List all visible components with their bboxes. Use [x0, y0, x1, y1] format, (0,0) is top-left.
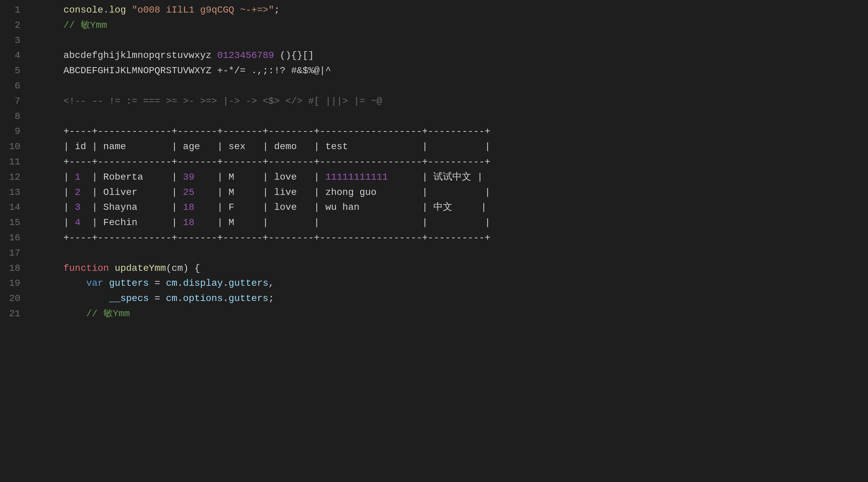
code-text: | F | love | wu han | 中文 |	[194, 200, 487, 215]
code-text: (cm) {	[166, 261, 200, 276]
code-line-7: <!-- -- != := === >= >- >=> |-> -> <$> <…	[41, 94, 868, 109]
code-line-21: // 敏Ymm	[41, 306, 868, 322]
code-text: 18	[183, 200, 194, 215]
code-text: cm	[166, 291, 178, 306]
code-text: gutters	[109, 276, 149, 291]
code-text: +----+-------------+-------+-------+----…	[41, 155, 490, 170]
code-text	[126, 3, 132, 18]
line-num-11: 11	[0, 155, 20, 170]
code-text	[41, 306, 86, 322]
line-numbers: 1 2 3 4 5 6 7 8 9 10 11 12 13 14 15 16 1…	[0, 0, 27, 482]
code-line-19: var gutters = cm.display.gutters,	[41, 276, 868, 291]
code-text: 25	[183, 185, 194, 200]
editor-container: 1 2 3 4 5 6 7 8 9 10 11 12 13 14 15 16 1…	[0, 0, 868, 482]
line-num-16: 16	[0, 230, 20, 246]
line-num-8: 8	[0, 109, 20, 124]
code-text: | sex | demo | test | |	[200, 139, 491, 155]
code-text: .	[223, 276, 229, 291]
line-num-3: 3	[0, 33, 20, 48]
line-num-18: 18	[0, 261, 20, 276]
code-text: // 敏Ymm	[63, 18, 107, 33]
code-line-8	[41, 109, 868, 124]
code-text: abcdefghijklmnopqrstuvwxyz	[41, 48, 217, 63]
code-text: __specs	[109, 291, 149, 306]
code-line-10: | id | name | age | sex | demo | test | …	[41, 139, 868, 155]
code-text: .	[177, 276, 183, 291]
code-text: 11111111111	[325, 170, 388, 185]
code-line-1: console.log "o008 iIlL1 g9qCGQ ~-+=>";	[41, 3, 868, 18]
code-text: // 敏Ymm	[86, 306, 130, 322]
code-text: | M | love |	[194, 170, 325, 185]
code-text: age	[183, 139, 200, 155]
code-line-16: +----+-------------+-------+-------+----…	[41, 230, 868, 246]
code-line-12: | 1 | Roberta | 39 | M | love | 11111111…	[41, 170, 868, 185]
code-line-15: | 4 | Fechin | 18 | M | | | |	[41, 215, 868, 230]
code-text: =	[149, 291, 166, 306]
line-num-15: 15	[0, 215, 20, 230]
code-text: | 试试中文 |	[388, 170, 483, 185]
code-text: 0123456789	[217, 48, 274, 63]
line-num-13: 13	[0, 185, 20, 200]
code-text: |	[41, 185, 75, 200]
code-text: <!-- -- != := === >= >- >=> |-> -> <$> <…	[41, 94, 382, 109]
code-line-6	[41, 79, 868, 94]
code-text: 2	[75, 185, 81, 200]
code-text	[41, 291, 109, 306]
code-text: |	[41, 200, 75, 215]
code-text: cm	[166, 276, 178, 291]
line-num-7: 7	[0, 94, 20, 109]
code-text: options	[183, 291, 223, 306]
code-text: function	[63, 261, 109, 276]
code-line-2: // 敏Ymm	[41, 18, 868, 33]
code-line-17	[41, 246, 868, 261]
code-text: []	[303, 48, 314, 63]
code-text: | M | live | zhong guo | |	[194, 185, 491, 200]
line-num-6: 6	[0, 79, 20, 94]
code-text: .	[177, 291, 183, 306]
code-line-11: +----+-------------+-------+-------+----…	[41, 155, 868, 170]
code-text: +----+-------------+-------+-------+----…	[41, 230, 490, 246]
code-text: =	[149, 276, 166, 291]
code-text	[41, 261, 63, 276]
code-text: var	[86, 276, 103, 291]
line-num-9: 9	[0, 124, 20, 139]
code-text	[41, 276, 86, 291]
code-line-9: +----+-------------+-------+-------+----…	[41, 124, 868, 139]
line-num-21: 21	[0, 306, 20, 322]
line-num-19: 19	[0, 276, 20, 291]
line-num-2: 2	[0, 18, 20, 33]
line-num-14: 14	[0, 200, 20, 215]
code-text: .	[103, 3, 109, 18]
line-num-10: 10	[0, 139, 20, 155]
code-area[interactable]: console.log "o008 iIlL1 g9qCGQ ~-+=>"; /…	[27, 0, 868, 482]
code-text: | Fechin |	[81, 215, 183, 230]
code-text: ;	[268, 291, 274, 306]
line-num-5: 5	[0, 63, 20, 79]
code-text: ;	[274, 3, 280, 18]
code-text: | Roberta |	[81, 170, 183, 185]
code-text: | Shayna |	[81, 200, 183, 215]
code-text	[103, 276, 109, 291]
code-line-3	[41, 33, 868, 48]
code-text: console	[63, 3, 103, 18]
line-num-4: 4	[0, 48, 20, 63]
code-text	[109, 261, 115, 276]
code-text: 4	[75, 215, 81, 230]
line-num-12: 12	[0, 170, 20, 185]
code-text: 39	[183, 170, 194, 185]
code-text: | M | | | |	[194, 215, 491, 230]
line-num-1: 1	[0, 3, 20, 18]
code-text: 18	[183, 215, 194, 230]
code-text: 1	[75, 170, 81, 185]
code-line-4: abcdefghijklmnopqrstuvwxyz 0123456789 ()…	[41, 48, 868, 63]
code-text: gutters	[229, 276, 269, 291]
code-line-18: function updateYmm(cm) {	[41, 261, 868, 276]
code-text: 3	[75, 200, 81, 215]
line-num-20: 20	[0, 291, 20, 306]
code-text: "o008 iIlL1 g9qCGQ ~-+=>"	[132, 3, 274, 18]
code-text: .	[223, 291, 229, 306]
code-text: log	[109, 3, 126, 18]
code-text: gutters	[229, 291, 269, 306]
code-text: ABCDEFGHIJKLMNOPQRSTUVWXYZ +-*/= .,;:!? …	[41, 63, 331, 79]
code-text: ,	[268, 276, 274, 291]
